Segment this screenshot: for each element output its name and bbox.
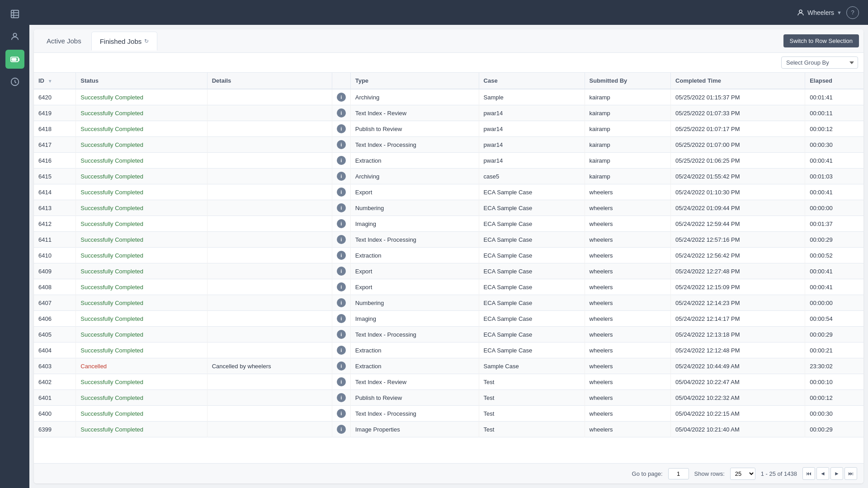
cell-details: [207, 295, 332, 311]
cell-case: ECA Sample Case: [479, 295, 585, 311]
cell-info: i: [332, 105, 350, 121]
sidebar-icon-battery[interactable]: [5, 50, 24, 69]
cell-case: case5: [479, 169, 585, 184]
cell-case: pwar14: [479, 153, 585, 169]
info-icon[interactable]: i: [337, 267, 346, 276]
cell-completed-time: 05/24/2022 01:09:44 PM: [671, 200, 805, 216]
cell-id: 6404: [34, 343, 76, 358]
table-row[interactable]: 6400 Successfully Completed i Text Index…: [34, 406, 863, 422]
table-row[interactable]: 6409 Successfully Completed i Export ECA…: [34, 263, 863, 279]
pagination-buttons: ⏮ ◄ ► ⏭: [802, 467, 857, 480]
table-row[interactable]: 6419 Successfully Completed i Text Index…: [34, 105, 863, 121]
cell-details: [207, 121, 332, 137]
table-row[interactable]: 6407 Successfully Completed i Numbering …: [34, 295, 863, 311]
table-row[interactable]: 6417 Successfully Completed i Text Index…: [34, 137, 863, 153]
cell-elapsed: 00:00:10: [805, 374, 863, 390]
refresh-icon[interactable]: ↻: [144, 38, 149, 44]
info-icon[interactable]: i: [337, 140, 346, 149]
svg-rect-6: [12, 58, 16, 61]
cell-id: 6416: [34, 153, 76, 169]
info-icon[interactable]: i: [337, 314, 346, 323]
table-row[interactable]: 6414 Successfully Completed i Export ECA…: [34, 184, 863, 200]
prev-page-button[interactable]: ◄: [816, 467, 829, 480]
cell-info: i: [332, 422, 350, 437]
col-header-id[interactable]: ID ▼: [34, 73, 76, 89]
table-row[interactable]: 6405 Successfully Completed i Text Index…: [34, 327, 863, 343]
table-row[interactable]: 6415 Successfully Completed i Archiving …: [34, 169, 863, 184]
cell-submitted-by: kairamp: [585, 105, 671, 121]
table-row[interactable]: 6402 Successfully Completed i Text Index…: [34, 374, 863, 390]
first-page-button[interactable]: ⏮: [802, 467, 815, 480]
info-icon[interactable]: i: [337, 108, 346, 117]
tab-active-jobs-label: Active Jobs: [47, 37, 81, 45]
cell-completed-time: 05/25/2022 01:15:37 PM: [671, 89, 805, 105]
cell-case: ECA Sample Case: [479, 200, 585, 216]
info-icon[interactable]: i: [337, 377, 346, 386]
help-button[interactable]: ?: [846, 6, 859, 19]
table-row[interactable]: 6416 Successfully Completed i Extraction…: [34, 153, 863, 169]
sidebar-icon-user[interactable]: [5, 27, 24, 46]
last-page-button[interactable]: ⏭: [844, 467, 857, 480]
group-by-select[interactable]: Select Group By Type Case Submitted By S…: [781, 56, 858, 69]
table-row[interactable]: 6412 Successfully Completed i Imaging EC…: [34, 216, 863, 232]
info-icon[interactable]: i: [337, 156, 346, 165]
page-number-input[interactable]: [668, 468, 689, 479]
table-row[interactable]: 6418 Successfully Completed i Publish to…: [34, 121, 863, 137]
table-row[interactable]: 6411 Successfully Completed i Text Index…: [34, 232, 863, 248]
table-row[interactable]: 6410 Successfully Completed i Extraction…: [34, 248, 863, 263]
tab-active-jobs[interactable]: Active Jobs: [38, 32, 90, 51]
table-row[interactable]: 6420 Successfully Completed i Archiving …: [34, 89, 863, 105]
cell-submitted-by: wheelers: [585, 374, 671, 390]
info-icon[interactable]: i: [337, 346, 346, 355]
table-row[interactable]: 6413 Successfully Completed i Numbering …: [34, 200, 863, 216]
cell-status: Successfully Completed: [76, 374, 207, 390]
cell-type: Archiving: [350, 169, 479, 184]
info-icon[interactable]: i: [337, 409, 346, 418]
info-icon[interactable]: i: [337, 330, 346, 339]
sidebar-icon-document[interactable]: [5, 5, 24, 23]
cell-id: 6420: [34, 89, 76, 105]
cell-status: Successfully Completed: [76, 200, 207, 216]
cell-details: [207, 390, 332, 406]
toolbar-row: Select Group By Type Case Submitted By S…: [34, 53, 863, 73]
table-row[interactable]: 6399 Successfully Completed i Image Prop…: [34, 422, 863, 437]
col-header-details: Details: [207, 73, 332, 89]
info-icon[interactable]: i: [337, 393, 346, 402]
jobs-table: ID ▼ Status Details Type Case Submitted …: [34, 73, 863, 437]
info-icon[interactable]: i: [337, 124, 346, 133]
rows-per-page-select[interactable]: 10 25 50 100: [730, 468, 755, 480]
cell-status: Successfully Completed: [76, 89, 207, 105]
sidebar-icon-circle[interactable]: [5, 72, 24, 91]
user-menu[interactable]: Wheelers ▼: [797, 9, 842, 17]
cell-info: i: [332, 153, 350, 169]
switch-row-selection-button[interactable]: Switch to Row Selection: [783, 34, 859, 47]
info-icon[interactable]: i: [337, 188, 346, 197]
info-icon[interactable]: i: [337, 298, 346, 307]
cell-submitted-by: wheelers: [585, 327, 671, 343]
info-icon[interactable]: i: [337, 282, 346, 291]
tabs-bar: Active Jobs Finished Jobs ↻ Switch to Ro…: [34, 29, 863, 53]
cell-submitted-by: wheelers: [585, 422, 671, 437]
info-icon[interactable]: i: [337, 235, 346, 244]
table-row[interactable]: 6403 Cancelled Cancelled by wheelers i E…: [34, 358, 863, 374]
table-row[interactable]: 6404 Successfully Completed i Extraction…: [34, 343, 863, 358]
info-icon[interactable]: i: [337, 219, 346, 228]
table-row[interactable]: 6406 Successfully Completed i Imaging EC…: [34, 311, 863, 327]
info-icon[interactable]: i: [337, 251, 346, 260]
info-icon[interactable]: i: [337, 172, 346, 181]
info-icon[interactable]: i: [337, 203, 346, 212]
next-page-button[interactable]: ►: [830, 467, 843, 480]
cell-case: ECA Sample Case: [479, 263, 585, 279]
info-icon[interactable]: i: [337, 93, 346, 102]
cell-case: ECA Sample Case: [479, 248, 585, 263]
tab-finished-jobs[interactable]: Finished Jobs ↻: [91, 32, 158, 51]
cell-elapsed: 00:00:52: [805, 248, 863, 263]
cell-status: Successfully Completed: [76, 311, 207, 327]
info-icon[interactable]: i: [337, 425, 346, 434]
cell-case: Test: [479, 390, 585, 406]
table-row[interactable]: 6408 Successfully Completed i Export ECA…: [34, 279, 863, 295]
info-icon[interactable]: i: [337, 361, 346, 371]
table-row[interactable]: 6401 Successfully Completed i Publish to…: [34, 390, 863, 406]
col-header-case: Case: [479, 73, 585, 89]
cell-status: Successfully Completed: [76, 343, 207, 358]
